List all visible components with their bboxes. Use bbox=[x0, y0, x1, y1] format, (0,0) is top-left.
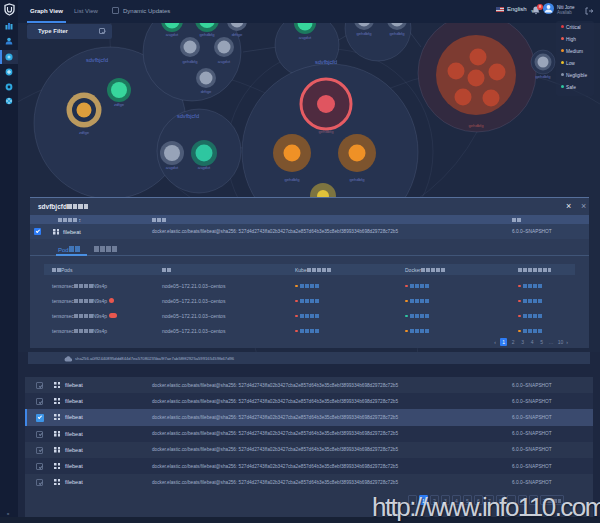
svg-text:asgdvt: asgdvt bbox=[166, 165, 179, 170]
svg-text:zdfge: zdfge bbox=[79, 130, 90, 135]
svg-text:asgdvt: asgdvt bbox=[166, 32, 179, 37]
svg-text:asgdvt: asgdvt bbox=[218, 59, 231, 64]
svg-text:drftge: drftge bbox=[201, 89, 212, 94]
svg-text:asgdvt: asgdvt bbox=[299, 35, 312, 40]
svg-text:sdvfbjcfd: sdvfbjcfd bbox=[315, 59, 337, 65]
svg-text:asgdvt: asgdvt bbox=[198, 165, 211, 170]
svg-text:gehdbfg: gehdbfg bbox=[349, 177, 365, 182]
svg-text:gehdbfg: gehdbfg bbox=[535, 74, 551, 79]
svg-text:gehdbfg: gehdbfg bbox=[389, 31, 405, 36]
svg-text:gehdbfg: gehdbfg bbox=[284, 177, 300, 182]
svg-text:sdvfbjcfd: sdvfbjcfd bbox=[86, 57, 108, 63]
svg-text:gehdbfg: gehdbfg bbox=[182, 59, 198, 64]
svg-text:gehdbfg: gehdbfg bbox=[356, 31, 372, 36]
svg-text:gehdbfg: gehdbfg bbox=[199, 32, 215, 37]
svg-text:gehdbfg: gehdbfg bbox=[468, 123, 484, 128]
svg-text:gehdbfg: gehdbfg bbox=[318, 129, 334, 134]
svg-text:zdfge: zdfge bbox=[114, 102, 125, 107]
svg-text:drftge: drftge bbox=[232, 32, 243, 37]
svg-text:sdvfbjcfd: sdvfbjcfd bbox=[177, 113, 199, 119]
